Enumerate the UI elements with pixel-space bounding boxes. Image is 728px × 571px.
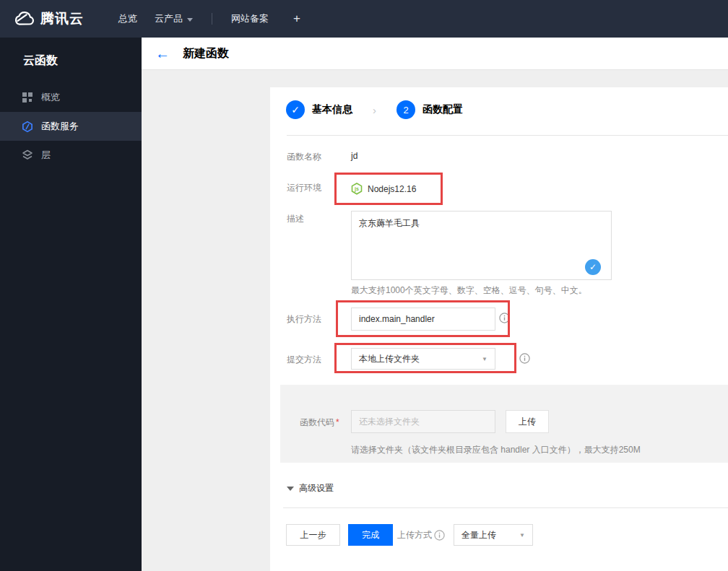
tencent-cloud-logo-icon — [13, 10, 35, 27]
submit-method-label: 提交方法 — [287, 354, 344, 366]
sidebar-item-overview[interactable]: 概览 — [0, 83, 142, 112]
description-textarea[interactable]: 京东薅羊毛工具 — [351, 211, 612, 280]
submit-method-selected-value: 本地上传文件夹 — [359, 353, 420, 365]
step1-circle: ✓ — [286, 100, 305, 119]
sidebar-item-function-service[interactable]: 函数服务 — [0, 112, 142, 141]
sidebar-item-label: 概览 — [41, 91, 60, 104]
upload-mode-info-icon[interactable] — [434, 530, 445, 541]
tencent-cloud-home-link[interactable]: 腾讯云 — [13, 9, 84, 28]
function-name-label: 函数名称 — [287, 151, 344, 163]
required-asterisk: * — [336, 417, 339, 427]
sidebar-item-layers[interactable]: 层 — [0, 141, 142, 170]
topnav-item-cloud-products[interactable]: 云产品 — [155, 12, 193, 25]
step-function-config: 2 函数配置 — [396, 100, 463, 119]
finish-button[interactable]: 完成 — [348, 524, 393, 546]
upload-mode-select[interactable]: 全量上传 ▼ — [454, 524, 533, 546]
advanced-settings-label: 高级设置 — [299, 482, 334, 494]
top-navigation-bar: 腾讯云 总览 云产品 网站备案 + — [0, 0, 728, 38]
triangle-down-icon — [287, 487, 294, 491]
topnav-item-overview[interactable]: 总览 — [118, 12, 137, 25]
step1-label: 基本信息 — [312, 103, 352, 116]
sidebar-item-label: 函数服务 — [41, 120, 79, 133]
handler-input[interactable] — [351, 308, 495, 331]
function-code-label: 函数代码* — [300, 417, 339, 429]
description-helper-text: 最大支持1000个英文字母、数字、空格、逗号、句号、中文。 — [351, 284, 587, 297]
runtime-value: js Nodejs12.16 — [351, 183, 416, 195]
topnav-item-website-record[interactable]: 网站备案 — [231, 12, 269, 25]
submit-method-select[interactable]: 本地上传文件夹 ▼ — [351, 348, 495, 370]
step-indicator: ✓ 基本信息 › 2 函数配置 — [286, 100, 463, 119]
brand-name: 腾讯云 — [40, 9, 84, 28]
step-basic-info[interactable]: ✓ 基本信息 — [286, 100, 352, 119]
upload-button[interactable]: 上传 — [506, 410, 549, 433]
function-hexagon-icon — [22, 121, 33, 132]
sidebar: 云函数 概览 函数服务 层 — [0, 38, 142, 571]
handler-info-icon[interactable] — [499, 313, 510, 323]
layers-icon — [22, 149, 33, 161]
upload-mode-label: 上传方式 — [397, 529, 432, 541]
runtime-label: 运行环境 — [287, 182, 344, 194]
description-label: 描述 — [287, 213, 344, 225]
grid-icon — [22, 92, 33, 103]
function-name-value: jd — [351, 151, 358, 161]
top-nav-menu: 总览 云产品 网站备案 + — [110, 12, 300, 26]
folder-path-input[interactable] — [351, 410, 495, 433]
function-code-section: 函数代码* 上传 请选择文件夹（该文件夹根目录应包含 handler 入口文件）… — [280, 385, 728, 463]
advanced-settings-toggle[interactable]: 高级设置 — [287, 482, 334, 494]
select-caret-icon: ▼ — [519, 532, 525, 539]
select-caret-icon: ▼ — [482, 356, 488, 362]
submit-method-info-icon[interactable] — [519, 353, 530, 364]
nodejs-icon: js — [351, 183, 363, 195]
chevron-down-icon — [187, 18, 193, 22]
check-icon: ✓ — [291, 104, 300, 115]
page-title: 新建函数 — [183, 46, 229, 61]
sidebar-product-title: 云函数 — [0, 38, 142, 83]
upload-mode-selected-value: 全量上传 — [462, 529, 496, 541]
page-header: ← 新建函数 — [142, 38, 728, 70]
main-content-area: ← 新建函数 ✓ 基本信息 › 2 函数配置 函数名称 jd 运行环境 — [142, 38, 728, 571]
back-arrow-icon[interactable]: ← — [155, 46, 170, 61]
previous-step-button[interactable]: 上一步 — [286, 524, 340, 546]
steps-divider — [287, 135, 728, 136]
topnav-divider — [212, 13, 212, 25]
function-code-helper-text: 请选择文件夹（该文件夹根目录应包含 handler 入口文件），最大支持250M — [351, 444, 641, 456]
sidebar-item-label: 层 — [41, 149, 51, 162]
step2-label: 函数配置 — [422, 103, 463, 116]
handler-label: 执行方法 — [287, 313, 344, 326]
upload-mode-label-wrap: 上传方式 — [397, 529, 445, 541]
step2-circle: 2 — [396, 100, 415, 119]
valid-check-icon: ✓ — [585, 259, 601, 275]
chevron-right-icon: › — [373, 104, 376, 116]
new-function-form-card: ✓ 基本信息 › 2 函数配置 函数名称 jd 运行环境 js Nodejs12… — [270, 87, 728, 571]
add-nav-shortcut-button[interactable]: + — [293, 12, 300, 26]
footer-divider — [283, 507, 728, 508]
svg-text:js: js — [354, 186, 359, 192]
